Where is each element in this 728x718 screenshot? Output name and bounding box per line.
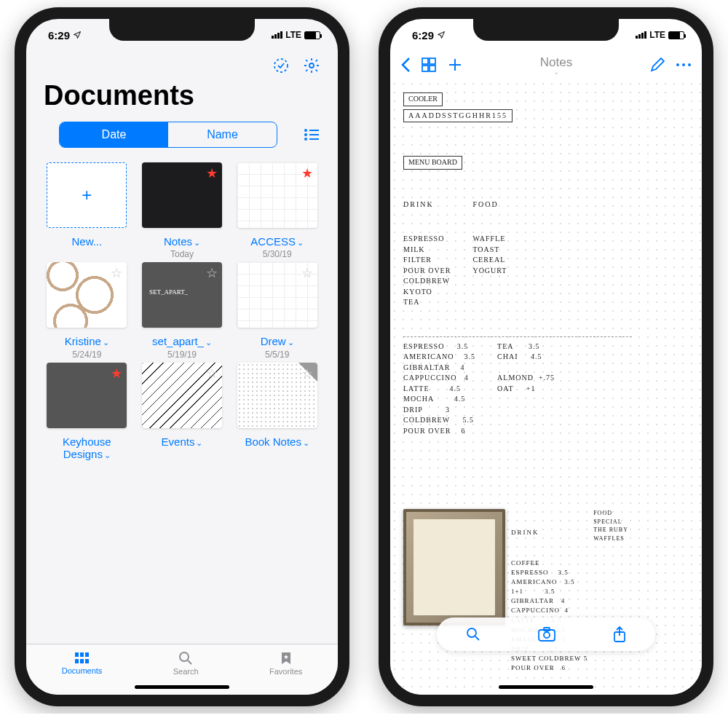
svg-point-4 [304, 133, 307, 136]
star-icon: ★ [206, 165, 218, 181]
location-icon [73, 31, 82, 39]
chevron-down-icon: ⌄ [463, 70, 649, 74]
location-icon [437, 31, 446, 39]
cell-name[interactable]: Notes⌄ [164, 235, 200, 248]
tab-favorites[interactable]: Favorites [269, 651, 302, 676]
signal-icon [636, 31, 646, 39]
cell-name[interactable]: Keyhouse Designs⌄ [43, 435, 130, 461]
doc-thumb[interactable]: ★ [47, 363, 127, 428]
svg-point-2 [304, 129, 307, 132]
svg-rect-8 [75, 652, 79, 657]
doc-thumb[interactable]: ☆SET_APART_ [142, 262, 222, 328]
search-icon [178, 651, 193, 666]
svg-point-23 [682, 63, 685, 66]
camera-icon[interactable] [537, 626, 556, 642]
phone-right: 6:29 LTE Notes ⌄ [379, 7, 713, 706]
screen-note: 6:29 LTE Notes ⌄ [390, 19, 702, 695]
list-view-icon[interactable] [303, 127, 320, 142]
svg-point-28 [544, 632, 550, 638]
cell-name[interactable]: Kristine⌄ [65, 335, 109, 347]
svg-rect-9 [80, 652, 84, 657]
note-prices-right: TEA 3.5 CHAI 4.5 ALMOND +.75 OAT +1 [497, 342, 555, 437]
svg-rect-5 [309, 134, 319, 135]
svg-rect-29 [544, 628, 550, 631]
svg-line-15 [188, 660, 191, 664]
note-heading: MENU BOARD [403, 156, 462, 170]
share-icon[interactable] [612, 626, 627, 643]
home-indicator[interactable] [499, 685, 593, 689]
star-icon: ☆ [301, 366, 313, 382]
svg-line-26 [475, 636, 479, 640]
star-icon: ☆ [206, 366, 218, 382]
search-icon[interactable] [465, 626, 481, 642]
cell-date: 5/19/19 [167, 350, 197, 360]
notch [109, 19, 255, 41]
star-icon: ☆ [206, 265, 218, 281]
tab-documents[interactable]: Documents [62, 652, 103, 675]
grid-cell-kristine[interactable]: ☆ Kristine⌄ 5/24/19 [39, 262, 135, 359]
svg-rect-10 [85, 652, 89, 657]
note-prices-left: ESPRESSO 3.5 AMERICANO 3.5 GIBRALTAR 4 C… [403, 342, 475, 437]
grid-cell-setapart[interactable]: ☆SET_APART_ set_apart_⌄ 5/19/19 [135, 262, 230, 359]
cell-name[interactable]: New... [71, 235, 102, 248]
cell-date: 5/24/19 [72, 350, 101, 360]
doc-thumb[interactable]: ★ [142, 162, 222, 228]
bookmark-icon [280, 651, 292, 666]
home-indicator[interactable] [135, 685, 229, 689]
add-button[interactable] [447, 57, 463, 73]
grid-cell-keyhouse[interactable]: ★ Keyhouse Designs⌄ [39, 363, 135, 461]
sort-segmented[interactable]: Date Name [59, 122, 277, 148]
note-toolbar [437, 618, 655, 651]
select-icon[interactable] [272, 57, 290, 74]
star-icon: ☆ [301, 265, 313, 281]
note-title[interactable]: Notes ⌄ [463, 55, 649, 74]
svg-point-22 [676, 63, 679, 66]
svg-rect-16 [422, 58, 428, 64]
sort-date[interactable]: Date [60, 122, 168, 147]
doc-thumb[interactable]: ☆ [142, 363, 222, 428]
grid-cell-notes[interactable]: ★ Notes⌄ Today [135, 162, 230, 259]
note-column: FOOD WAFFLE TOAST CEREAL YOGURT [472, 178, 507, 329]
star-icon: ★ [301, 165, 313, 181]
svg-rect-18 [422, 66, 428, 71]
doc-thumb[interactable]: ☆ [237, 363, 317, 428]
embedded-photo[interactable] [403, 509, 505, 626]
svg-rect-11 [75, 659, 79, 663]
svg-rect-7 [309, 138, 319, 140]
svg-point-6 [304, 138, 307, 141]
back-button[interactable] [400, 57, 411, 73]
svg-point-25 [467, 628, 476, 637]
note-second-page: DRINK COFFEE ESPRESSO 3.5 AMERICANO 3.5 … [403, 509, 689, 692]
svg-rect-3 [309, 130, 319, 131]
grid-cell-access[interactable]: ★ ACCESS⌄ 5/30/19 [229, 162, 325, 259]
cell-date: Today [170, 249, 194, 259]
tab-label: Documents [62, 666, 103, 675]
grid-view-icon[interactable] [421, 57, 437, 73]
carrier-label: LTE [649, 30, 665, 40]
note-canvas[interactable]: COOLER AAADDSSTGGHHR155 MENU BOARD DRINK… [390, 79, 702, 695]
svg-rect-17 [430, 58, 435, 64]
settings-icon[interactable] [303, 57, 320, 74]
tab-search[interactable]: Search [173, 651, 199, 676]
cell-name[interactable]: Events⌄ [162, 435, 203, 448]
cell-name[interactable]: Drew⌄ [261, 335, 294, 347]
notch [473, 19, 619, 41]
more-icon[interactable] [676, 63, 692, 67]
edit-icon[interactable] [649, 57, 665, 73]
signal-icon [272, 31, 282, 39]
cell-name[interactable]: Book Notes⌄ [245, 435, 309, 448]
doc-thumb[interactable]: ★ [237, 162, 317, 228]
note-column: DRINK ESPRESSO MILK FILTER POUR OVER COL… [403, 178, 451, 329]
grid-cell-booknotes[interactable]: ☆ Book Notes⌄ [229, 363, 325, 461]
cell-name[interactable]: ACCESS⌄ [250, 235, 304, 248]
svg-point-0 [274, 59, 288, 72]
sort-name[interactable]: Name [168, 122, 277, 147]
grid-cell-drew[interactable]: ☆ Drew⌄ 5/5/19 [229, 262, 325, 359]
grid-cell-new[interactable]: + New... [39, 162, 135, 259]
grid-cell-events[interactable]: ☆ Events⌄ [135, 363, 230, 461]
doc-thumb[interactable]: ☆ [237, 262, 317, 328]
cell-name[interactable]: set_apart_⌄ [152, 335, 212, 347]
note-code: AAADDSSTGGHHR155 [403, 109, 513, 123]
new-doc-thumb[interactable]: + [47, 162, 127, 228]
doc-thumb[interactable]: ☆ [47, 262, 127, 328]
